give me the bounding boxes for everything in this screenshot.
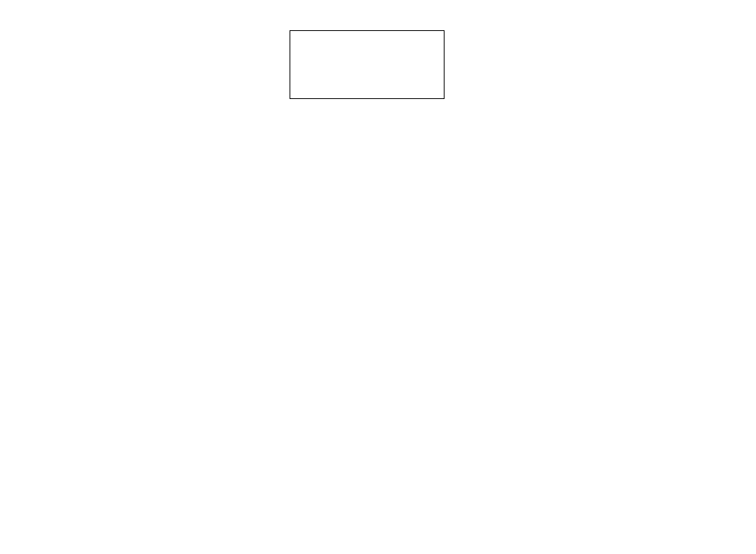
skewt-sounding-page: { "header": { "pressure_unit": "hPa", "t… [0, 0, 756, 554]
legend [290, 30, 445, 99]
